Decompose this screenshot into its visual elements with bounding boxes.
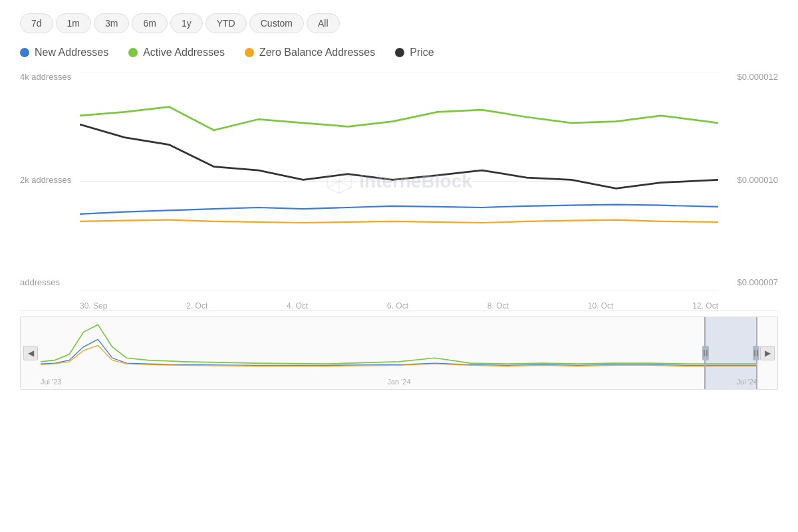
x-label-6: 12. Oct bbox=[692, 301, 718, 311]
main-container: 7d1m3m6m1yYTDCustomAll New Addresses Act… bbox=[0, 0, 798, 532]
legend-item-price: Price bbox=[395, 47, 434, 59]
time-btn-custom[interactable]: Custom bbox=[249, 13, 304, 33]
chart-svg bbox=[80, 72, 718, 291]
legend-label-active-addresses: Active Addresses bbox=[143, 47, 225, 59]
legend-dot-price bbox=[395, 48, 404, 57]
legend-dot-active-addresses bbox=[128, 48, 138, 57]
y-axis-right-label-1: $0.000010 bbox=[737, 175, 778, 185]
time-btn-1m[interactable]: 1m bbox=[56, 13, 91, 33]
nav-right-button[interactable]: ▶ bbox=[760, 346, 775, 360]
time-btn-1y[interactable]: 1y bbox=[170, 13, 203, 33]
nav-x-axis: Jul '23Jan '24Jul '24 bbox=[41, 378, 757, 386]
price-line bbox=[80, 124, 718, 189]
time-btn-6m[interactable]: 6m bbox=[132, 13, 167, 33]
time-btn-7d[interactable]: 7d bbox=[20, 13, 53, 33]
active-addresses-line bbox=[80, 107, 718, 130]
time-btn-all[interactable]: All bbox=[307, 13, 340, 33]
legend-dot-new-addresses bbox=[20, 48, 29, 57]
legend-label-new-addresses: New Addresses bbox=[35, 47, 108, 59]
nav-left-button[interactable]: ◀ bbox=[23, 346, 38, 360]
x-label-5: 10. Oct bbox=[588, 301, 614, 311]
nav-handle-left[interactable] bbox=[702, 346, 709, 360]
y-axis-left-label-0: 4k addresses bbox=[20, 72, 80, 82]
y-axis-left-label-2: addresses bbox=[20, 277, 80, 287]
legend-item-active-addresses: Active Addresses bbox=[128, 47, 225, 59]
y-axis-right: $0.000012$0.000010$0.000007 bbox=[718, 72, 778, 291]
y-axis-right-label-0: $0.000012 bbox=[737, 72, 778, 82]
chart-legend: New Addresses Active Addresses Zero Bala… bbox=[20, 47, 778, 59]
y-axis-right-label-2: $0.000007 bbox=[737, 277, 778, 287]
x-label-0: 30. Sep bbox=[80, 301, 107, 311]
nav-plot-area bbox=[41, 317, 757, 369]
time-btn-ytd[interactable]: YTD bbox=[205, 13, 247, 33]
legend-dot-zero-balance bbox=[245, 48, 254, 57]
x-axis: 30. Sep2. Oct4. Oct6. Oct8. Oct10. Oct12… bbox=[80, 301, 718, 311]
y-axis-left: 4k addresses2k addressesaddresses bbox=[20, 72, 80, 291]
nav-handle-right[interactable] bbox=[753, 346, 759, 360]
chart-plot-area: InterneBlock bbox=[80, 72, 718, 291]
new-addresses-line bbox=[80, 205, 718, 214]
zero-balance-line bbox=[80, 220, 718, 223]
time-range-selector: 7d1m3m6m1yYTDCustomAll bbox=[20, 13, 778, 33]
x-label-1: 2. Oct bbox=[186, 301, 207, 311]
main-chart: 4k addresses2k addressesaddresses $0.000… bbox=[20, 72, 778, 311]
legend-item-new-addresses: New Addresses bbox=[20, 47, 108, 59]
y-axis-left-label-1: 2k addresses bbox=[20, 175, 80, 185]
x-label-3: 6. Oct bbox=[387, 301, 408, 311]
legend-item-zero-balance: Zero Balance Addresses bbox=[245, 47, 375, 59]
legend-label-zero-balance: Zero Balance Addresses bbox=[259, 47, 375, 59]
legend-label-price: Price bbox=[410, 47, 434, 59]
nav-svg bbox=[41, 317, 757, 369]
time-btn-3m[interactable]: 3m bbox=[94, 13, 129, 33]
nav-x-label-2: Jul '24 bbox=[737, 378, 757, 386]
nav-x-label-1: Jan '24 bbox=[387, 378, 410, 386]
x-label-2: 4. Oct bbox=[287, 301, 308, 311]
x-label-4: 8. Oct bbox=[487, 301, 509, 311]
navigator-chart[interactable]: ◀ ▶ Jul '23Jan '24Jul '24 bbox=[20, 317, 778, 390]
nav-x-label-0: Jul '23 bbox=[41, 378, 61, 386]
